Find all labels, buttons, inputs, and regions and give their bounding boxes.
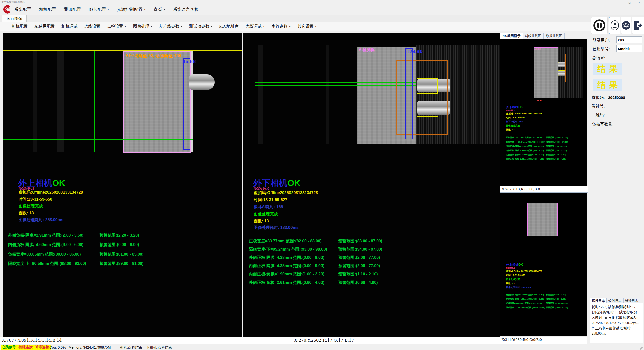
menu-comm-config[interactable]: 通讯配置 [64,7,81,12]
mini-measure: 外侧负极-隔膜=2.91mm 范围:(2.00 - 3.50) [506,293,544,296]
toolbar-grip[interactable] [8,24,8,30]
tab-run-log[interactable]: 运行日志 [590,298,607,304]
tool-test-params[interactable]: 测试项参数▼ [189,24,213,29]
tool-baseline-params[interactable]: 基准线参数▼ [159,24,182,29]
measurement-warn: 预警范围:(94.00 - 97.00) [338,247,382,252]
app-logo-icon [2,5,11,14]
tool-offline-debug[interactable]: 离线调试▼ [245,24,265,29]
measurement-warn: 预警范围:(89.00 - 91.00) [100,261,143,266]
mini-time: 时间:13-31-59-650 [506,274,525,277]
menu-io-card-config[interactable]: IO卡配置▼ [88,7,109,12]
menu-view[interactable]: 查看▼ [153,7,165,12]
tool-spot-check[interactable]: 点检设置▼ [107,24,126,29]
mini-measure: 预警范围:(2.00 - 77.00) [546,149,567,152]
heartbeat-status: 心跳信号 [2,345,16,349]
mini-camera-result: OK [518,263,523,266]
model-label: 使用型号: [593,47,610,52]
measurement-warn: 预警范围:(83.00 - 87.00) [338,239,382,244]
tool-camera-debug[interactable]: 相机调试 [61,24,78,29]
mini-measure: 预警范围:(81.00 - 85.00) [546,302,568,305]
mini-camera-name: 外下相机 [506,105,518,109]
memory-usage: Memory: 3424.41796875M [69,345,111,349]
left-camera-coords: X:7677;Y:891;R:14;G:14;B:14 [2,338,62,343]
tool-offline-setting[interactable]: 离线设置 [84,24,100,29]
preview-tab-bar: NG截图显示 料线曲线图 数据曲线图 [500,33,587,39]
pause-button[interactable] [591,17,608,34]
menu-camera-config[interactable]: 相机配置 [39,7,56,12]
chevron-down-icon: ▼ [150,25,152,28]
right-camera-view[interactable]: AI检测框 123.80 外下相机OK NG次数:0 虚拟码:Offline20… [243,33,500,337]
mini-measure: 正极宽度=83.77mm 范围:(82.00 - 88.00) [506,136,542,139]
mini-blue-rect [553,204,555,234]
tab-error-log[interactable]: 错误日志 [623,298,640,304]
camera-name-label: 外上相机 [18,178,52,188]
users-button[interactable] [621,17,631,34]
mini-measure: 隔膜宽度-下=95.24mm 范围:(93.00 - 98.00) [506,141,545,143]
menu-system-config[interactable]: 系统配置 [14,7,31,12]
reel-number-label: 卷针号: [592,104,605,109]
mini-camera-result: OK [518,105,523,109]
menu-language-switch[interactable]: 系统语言切换 [173,7,199,12]
measurement-text: 外侧负极-隔膜=2.91mm 范围:(2.00 - 3.50) [8,233,83,238]
measure-line-green [255,85,416,86]
mini-ai-time: 极耳AI耗时: 165 [506,120,523,123]
login-user-input[interactable] [616,36,642,43]
baseline-green [243,40,500,40]
mini-process-done: 图像处理完成 [506,278,520,281]
mini-measure: 预警范围:(89.00 - 91.00) [546,306,568,309]
left-camera-view[interactable]: AI平均阈值:93, 动态阈值:100 85.88 外上相机OK NG次数:1 … [3,33,242,337]
tool-plc-address[interactable]: PLC地址库 [219,24,239,29]
tab-ng-snapshot[interactable]: NG截图显示 [500,33,523,39]
threshold-annotation: AI平均阈值:93, 动态阈值:100 [125,53,181,59]
status-bar: 心跳信号 相机连接 通讯连接 Cpu: 0.0% Memory: 3424.41… [0,344,644,350]
ai-time-label: 极耳AI耗时: 165 [254,204,283,210]
exit-door-icon [633,20,643,31]
user-button[interactable] [609,17,620,34]
resize-grip[interactable] [640,347,643,350]
tool-char-params[interactable]: 字符参数▼ [271,24,291,29]
document-tab-row: 运行图像 [0,15,644,22]
model-input[interactable] [616,45,642,52]
cpu-usage: Cpu: 0.0% [49,345,66,349]
measurement-text: 隔膜宽度-下=95.24mm 范围:(93.00 - 98.00) [249,247,327,252]
mini-measure: 负极宽度=83.05mm 范围:(80.00 - 86.00) [506,302,542,305]
mini-ai-box-label: AI检测框 [534,48,541,50]
mini-yellow-box [558,70,565,76]
app-window: CYS-视觉检测系统 — □ × 系统配置 相机配置 通讯配置 IO卡配置▼ 光… [0,0,644,350]
mini-measure: 内侧负极-隔膜=4.60mm 范围:(3.00 - 6.00) [506,298,544,300]
edge-value-annotation: 123.80 [406,48,423,54]
tool-other-settings[interactable]: 其它设置▼ [298,24,317,29]
tab-setting-log[interactable]: 设置日志 [607,298,623,304]
ng-preview-bottom[interactable]: 外上相机OK NG次数:1 虚拟码:Offline202502081331347… [500,193,587,336]
mini-edge-value: 123.80 [535,99,542,102]
tool-camera-config[interactable]: 相机配置 [12,24,28,29]
tab-run-image[interactable]: 运行图像 [2,15,27,22]
ref-vline-green [330,40,330,141]
tool-image-process[interactable]: 图像处理▼ [133,24,152,29]
qr-code-label: 二维码: [592,113,605,118]
mini-virtual-code: 虚拟码:Offline20250208133134728 [506,112,542,115]
tool-ai-use-config[interactable]: AI使用配置 [34,24,55,29]
measurement-text: 外侧正极-负极=2.61mm 范围:(0.60 - 4.00) [249,280,324,285]
tab-data-curve[interactable]: 数据曲线图 [544,33,565,39]
measurement-warn: 预警范围:(2.00 - 77.00) [338,263,380,269]
log-content[interactable]: 耗时: 222, 缺陷检测耗时: 17, 缺陷分类耗时: 0, 缺陷提取分区耗时… [590,303,643,343]
baseline-green [3,40,242,40]
users-icon [622,21,631,30]
tab-material-curve[interactable]: 料线曲线图 [523,33,544,39]
mini-ng-count: NG次数:1 [506,267,515,269]
measurement-text: 外侧正极-隔膜=4.38mm 范围:(0.00 - 9.00) [249,255,324,260]
signal-chip: 心跳信号 相机连接 通讯连接 [1,345,51,350]
mini-measure: 预警范围:(0.00 - 8.00) [546,298,566,300]
neg-tab-count-label: 负极耳数量: [592,122,613,127]
ng-preview-top[interactable]: AI检测框 123.80 外下相机OK NG次数:0 虚拟码:Offline20… [500,39,587,186]
exit-button[interactable] [632,17,644,34]
pause-icon [593,19,606,32]
virtual-code-field-label: 虚拟码: [592,95,605,100]
menu-light-control-config[interactable]: 光源控制配置▼ [117,7,146,12]
measurement-text: 正极宽度=83.77mm 范围:(82.00 - 88.00) [249,239,322,244]
mini-measure: 预警范围:(83.00 - 87.00) [546,136,568,139]
measure-line-green [3,139,193,140]
mini-time: 时间:13-31-59-627 [506,116,525,119]
measurement-warn: 预警范围:(81.00 - 85.00) [100,252,143,257]
